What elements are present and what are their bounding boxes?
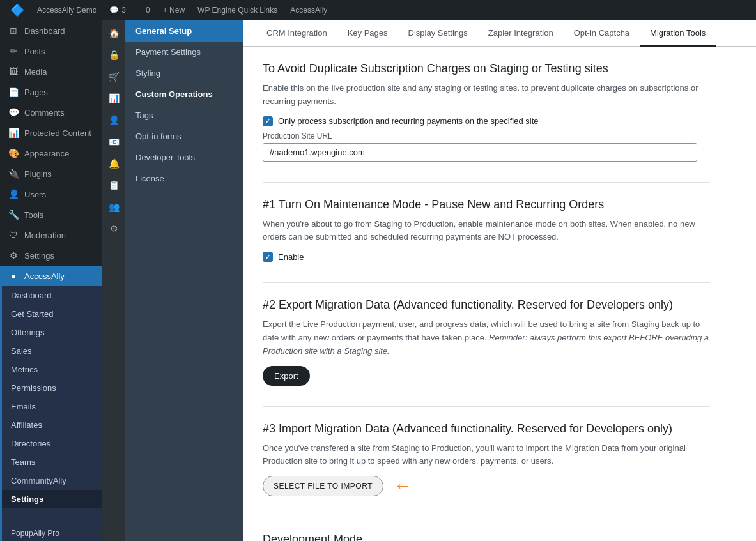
aa-item-communityally[interactable]: CommunityAlly [2, 471, 102, 490]
section-development-mode: Development Mode when enabled, all front… [263, 533, 710, 541]
icon-cart[interactable]: 🛒 [102, 66, 125, 87]
sidebar-label-comments: Comments [24, 108, 65, 118]
section1-checkbox-row: Only process subscription and recurring … [263, 116, 710, 126]
production-url-field: Production Site URL [263, 132, 710, 162]
tab-optin-label: Opt-in Captcha [574, 28, 629, 38]
sidebar-item-posts[interactable]: ✏ Posts [0, 41, 102, 61]
wp-logo-icon: 🔷 [10, 3, 24, 17]
icon-gear[interactable]: ⚙ [102, 218, 125, 239]
tab-key-pages[interactable]: Key Pages [337, 20, 398, 47]
new-label: + New [163, 6, 185, 15]
section1-title: To Avoid Duplicate Subscription Charges … [263, 62, 710, 75]
aa-item-metrics[interactable]: Metrics [2, 360, 102, 379]
sidebar-item-settings[interactable]: ⚙ Settings [0, 245, 102, 266]
aa-item-dashboard[interactable]: Dashboard [2, 286, 102, 305]
divider-1 [263, 182, 710, 183]
export-button[interactable]: Export [263, 366, 310, 386]
notification-icon: + [139, 6, 143, 15]
plugin-sidebar-title: General Setup [135, 26, 192, 36]
icon-group[interactable]: 👥 [102, 197, 125, 217]
sidebar-item-accessally[interactable]: ● AccessAlly [0, 266, 102, 286]
icon-email[interactable]: 📧 [102, 132, 125, 152]
sidebar-item-protected-content[interactable]: 📊 Protected Content [0, 123, 102, 143]
wp-logo-item[interactable]: 🔷 [5, 0, 29, 20]
icon-lock[interactable]: 🔒 [102, 45, 125, 65]
sidebar-item-moderation[interactable]: 🛡 Moderation [0, 225, 102, 245]
sidebar-label-settings: Settings [24, 251, 54, 261]
aa-item-sales[interactable]: Sales [2, 342, 102, 360]
plugin-item-opt-in-forms[interactable]: Opt-in forms [125, 126, 243, 147]
tab-zapier-integration[interactable]: Zapier Integration [478, 20, 564, 47]
sidebar-item-appearance[interactable]: 🎨 Appearance [0, 143, 102, 164]
comments-icon: 💬 [8, 107, 19, 118]
aa-item-settings[interactable]: Settings [2, 490, 102, 508]
aa-item-emails[interactable]: Emails [2, 397, 102, 416]
tab-display-label: Display Settings [408, 28, 468, 38]
section1-checkbox[interactable] [263, 116, 273, 126]
plugin-item-styling[interactable]: Styling [125, 63, 243, 84]
tab-display-settings[interactable]: Display Settings [398, 20, 478, 47]
plugin-bar-item[interactable]: AccessAlly [285, 0, 332, 20]
sidebar-item-plugins[interactable]: 🔌 Plugins [0, 164, 102, 184]
plugin-item-license[interactable]: License [125, 168, 243, 189]
tab-crm-label: CRM Integration [266, 28, 327, 38]
icon-home[interactable]: 🏠 [102, 23, 125, 43]
divider-3 [263, 406, 710, 407]
sidebar-item-pages[interactable]: 📄 Pages [0, 82, 102, 102]
sidebar-item-media[interactable]: 🖼 Media [0, 61, 102, 82]
aa-item-affiliates[interactable]: Affiliates [2, 416, 102, 434]
sidebar-label-plugins: Plugins [24, 169, 52, 179]
site-name-item[interactable]: AccessAlly Demo [32, 0, 102, 20]
developer-tools-label: Developer Tools [135, 153, 195, 162]
tab-migration-tools[interactable]: Migration Tools [640, 20, 716, 47]
plugin-item-tags[interactable]: Tags [125, 105, 243, 126]
icon-list[interactable]: 📋 [102, 175, 125, 195]
aa-item-get-started[interactable]: Get Started [2, 305, 102, 323]
sidebar-item-tools[interactable]: 🔧 Tools [0, 204, 102, 225]
moderation-icon: 🛡 [8, 230, 19, 240]
icon-chart[interactable]: 📊 [102, 88, 125, 109]
icon-column: 🏠 🔒 🛒 📊 👤 📧 🔔 📋 👥 ⚙ [102, 20, 125, 541]
production-url-input[interactable] [263, 143, 697, 162]
plugin-item-custom-operations[interactable]: Custom Operations [125, 84, 243, 105]
comments-item[interactable]: 💬 3 [104, 0, 131, 20]
posts-icon: ✏ [8, 46, 19, 56]
import-btn-row: SELECT FILE TO IMPORT ← [263, 476, 710, 496]
production-url-label: Production Site URL [263, 132, 710, 141]
section3-title: #2 Export Migration Data (Advanced funct… [263, 298, 710, 312]
tab-zapier-label: Zapier Integration [488, 28, 553, 38]
opt-in-forms-label: Opt-in forms [135, 132, 181, 141]
aa-item-permissions[interactable]: Permissions [2, 379, 102, 397]
aa-item-popupally[interactable]: PopupAlly Pro [2, 524, 102, 541]
comments-count: 3 [121, 6, 126, 15]
aa-item-offerings[interactable]: Offerings [2, 323, 102, 342]
import-button[interactable]: SELECT FILE TO IMPORT [263, 476, 383, 496]
sidebar-item-dashboard[interactable]: ⊞ Dashboard [0, 20, 102, 41]
icon-bell[interactable]: 🔔 [102, 153, 125, 174]
accessally-icon: ● [8, 271, 19, 281]
section2-title: #1 Turn On Maintenance Mode - Pause New … [263, 198, 710, 211]
tab-opt-in-captcha[interactable]: Opt-in Captcha [564, 20, 640, 47]
tab-key-label: Key Pages [348, 28, 388, 38]
section5-title: Development Mode [263, 533, 710, 541]
plugin-item-payment-settings[interactable]: Payment Settings [125, 42, 243, 63]
sidebar-label-appearance: Appearance [24, 149, 69, 158]
plugin-item-developer-tools[interactable]: Developer Tools [125, 147, 243, 168]
sidebar-label-accessally: AccessAlly [24, 271, 65, 281]
import-button-label: SELECT FILE TO IMPORT [274, 482, 373, 491]
icon-user[interactable]: 👤 [102, 110, 125, 130]
protected-content-icon: 📊 [8, 128, 19, 138]
section4-title: #3 Import Migration Data (Advanced funct… [263, 422, 710, 436]
sidebar-item-users[interactable]: 👤 Users [0, 184, 102, 204]
quick-links-item[interactable]: WP Engine Quick Links [192, 0, 282, 20]
tab-crm-integration[interactable]: CRM Integration [256, 20, 337, 47]
appearance-icon: 🎨 [8, 148, 19, 158]
sidebar-item-comments[interactable]: 💬 Comments [0, 102, 102, 123]
new-item[interactable]: + New [158, 0, 190, 20]
aa-item-teams[interactable]: Teams [2, 453, 102, 471]
aa-item-directories[interactable]: Directories [2, 434, 102, 453]
styling-label: Styling [135, 68, 160, 78]
section2-checkbox[interactable] [263, 252, 273, 262]
notifications-item[interactable]: + 0 [134, 0, 155, 20]
section2-desc: When you're about to go from Staging to … [263, 218, 710, 245]
